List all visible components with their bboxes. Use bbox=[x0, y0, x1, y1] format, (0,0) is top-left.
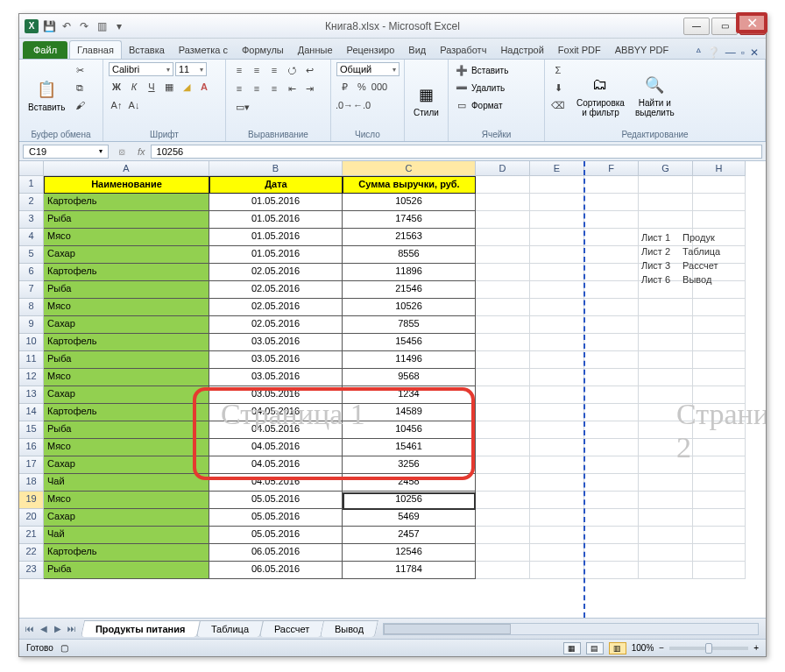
indent-inc-icon[interactable]: ⇥ bbox=[301, 81, 317, 96]
qat-redo-icon[interactable]: ↷ bbox=[77, 19, 91, 33]
cell[interactable]: 04.05.2016 bbox=[209, 404, 343, 421]
cell[interactable] bbox=[584, 527, 639, 544]
col-header[interactable]: F bbox=[584, 161, 639, 176]
tab-insert[interactable]: Вставка bbox=[122, 41, 172, 59]
cell[interactable] bbox=[639, 527, 693, 544]
tab-addins[interactable]: Надстрой bbox=[493, 41, 550, 59]
zoom-slider[interactable] bbox=[669, 647, 748, 650]
align-mid-icon[interactable]: ≡ bbox=[249, 62, 265, 78]
view-pagebreak-icon[interactable]: ▥ bbox=[609, 642, 626, 654]
cell[interactable] bbox=[639, 544, 693, 562]
cell[interactable] bbox=[476, 562, 530, 579]
cell[interactable] bbox=[530, 229, 584, 246]
cell[interactable] bbox=[693, 369, 746, 386]
row-header[interactable]: 23 bbox=[19, 562, 44, 579]
paste-button[interactable]: 📋 Вставить bbox=[25, 62, 68, 128]
macro-rec-icon[interactable]: ▢ bbox=[60, 643, 68, 653]
cell[interactable]: 01.05.2016 bbox=[209, 246, 343, 264]
cell[interactable] bbox=[693, 404, 746, 421]
align-center-icon[interactable]: ≡ bbox=[249, 81, 265, 96]
cell[interactable] bbox=[639, 176, 693, 194]
wrap-icon[interactable]: ↩ bbox=[301, 62, 317, 78]
copy-icon[interactable]: ⧉ bbox=[72, 80, 88, 95]
cell[interactable]: Картофель bbox=[44, 194, 209, 211]
delete-cell-icon[interactable]: ➖ bbox=[454, 80, 470, 95]
cell[interactable]: Сахар bbox=[44, 509, 209, 527]
row-header[interactable]: 14 bbox=[19, 404, 44, 421]
cell[interactable] bbox=[584, 562, 639, 579]
cell[interactable] bbox=[476, 544, 530, 562]
cell[interactable] bbox=[530, 264, 584, 281]
row-header[interactable]: 12 bbox=[19, 369, 44, 386]
cell[interactable] bbox=[639, 369, 693, 386]
row-header[interactable]: 8 bbox=[19, 299, 44, 316]
innerwin-restore-icon[interactable]: ▫ bbox=[741, 46, 745, 59]
cell[interactable] bbox=[530, 544, 584, 562]
cell[interactable]: 11496 bbox=[343, 351, 476, 369]
cell[interactable] bbox=[530, 439, 584, 456]
cell[interactable] bbox=[530, 456, 584, 474]
cell[interactable] bbox=[584, 421, 639, 439]
cell[interactable]: 01.05.2016 bbox=[209, 194, 343, 211]
cell[interactable]: 04.05.2016 bbox=[209, 421, 343, 439]
row-header[interactable]: 4 bbox=[19, 229, 44, 246]
cell[interactable] bbox=[639, 492, 693, 509]
cell[interactable]: Сахар bbox=[44, 386, 209, 404]
cell[interactable]: 03.05.2016 bbox=[209, 351, 343, 369]
cell[interactable]: 10456 bbox=[343, 421, 476, 439]
cell[interactable]: 02.05.2016 bbox=[209, 316, 343, 334]
tab-prev-icon[interactable]: ◀ bbox=[37, 624, 51, 633]
cell[interactable]: 10526 bbox=[343, 194, 476, 211]
styles-button[interactable]: ▦ Стили bbox=[410, 62, 442, 138]
cell[interactable] bbox=[693, 509, 746, 527]
cell[interactable] bbox=[639, 316, 693, 334]
cell[interactable]: Рыба bbox=[44, 562, 209, 579]
view-pagelayout-icon[interactable]: ▤ bbox=[586, 642, 604, 654]
tab-review[interactable]: Рецензиро bbox=[340, 41, 402, 59]
cell[interactable] bbox=[584, 334, 639, 351]
maximize-button[interactable]: ▭ bbox=[711, 18, 738, 35]
cell[interactable] bbox=[476, 439, 530, 456]
cell[interactable]: 04.05.2016 bbox=[209, 439, 343, 456]
cell[interactable]: 06.05.2016 bbox=[209, 544, 343, 562]
cell[interactable] bbox=[693, 456, 746, 474]
align-bot-icon[interactable]: ≡ bbox=[266, 62, 282, 78]
grow-font-icon[interactable]: A↑ bbox=[109, 97, 124, 113]
cell[interactable]: Рыба bbox=[44, 281, 209, 299]
cell[interactable] bbox=[584, 474, 639, 492]
bold-button[interactable]: Ж bbox=[109, 79, 124, 95]
cell[interactable] bbox=[693, 176, 746, 194]
align-top-icon[interactable]: ≡ bbox=[231, 62, 247, 78]
cell[interactable] bbox=[693, 316, 746, 334]
cell[interactable] bbox=[693, 527, 746, 544]
cell[interactable]: 03.05.2016 bbox=[209, 386, 343, 404]
cell[interactable] bbox=[584, 404, 639, 421]
cell[interactable] bbox=[530, 281, 584, 299]
cell[interactable] bbox=[530, 386, 584, 404]
cell[interactable]: Картофель bbox=[44, 264, 209, 281]
sheet-tab-1[interactable]: Таблица bbox=[195, 620, 263, 637]
italic-button[interactable]: К bbox=[126, 79, 142, 95]
row-header[interactable]: 16 bbox=[19, 439, 44, 456]
cell[interactable]: 12546 bbox=[343, 544, 476, 562]
cell[interactable] bbox=[584, 229, 639, 246]
cell[interactable]: Картофель bbox=[44, 544, 209, 562]
cell[interactable]: Мясо bbox=[44, 439, 209, 456]
cell[interactable] bbox=[530, 194, 584, 211]
cell[interactable] bbox=[584, 246, 639, 264]
cell[interactable] bbox=[639, 299, 693, 316]
cell[interactable] bbox=[530, 404, 584, 421]
row-header[interactable]: 5 bbox=[19, 246, 44, 264]
cell[interactable] bbox=[584, 544, 639, 562]
cell[interactable] bbox=[584, 299, 639, 316]
col-header[interactable]: G bbox=[639, 161, 693, 176]
cell[interactable]: 05.05.2016 bbox=[209, 509, 343, 527]
cell[interactable]: 02.05.2016 bbox=[209, 281, 343, 299]
cell[interactable] bbox=[530, 316, 584, 334]
zoom-in-icon[interactable]: + bbox=[753, 643, 759, 653]
cell[interactable]: 15456 bbox=[343, 334, 476, 351]
name-box[interactable]: C19▾ bbox=[23, 145, 109, 159]
tab-foxit[interactable]: Foxit PDF bbox=[551, 41, 608, 59]
comma-icon[interactable]: 000 bbox=[371, 79, 387, 95]
clear-icon[interactable]: ⌫ bbox=[550, 97, 566, 113]
